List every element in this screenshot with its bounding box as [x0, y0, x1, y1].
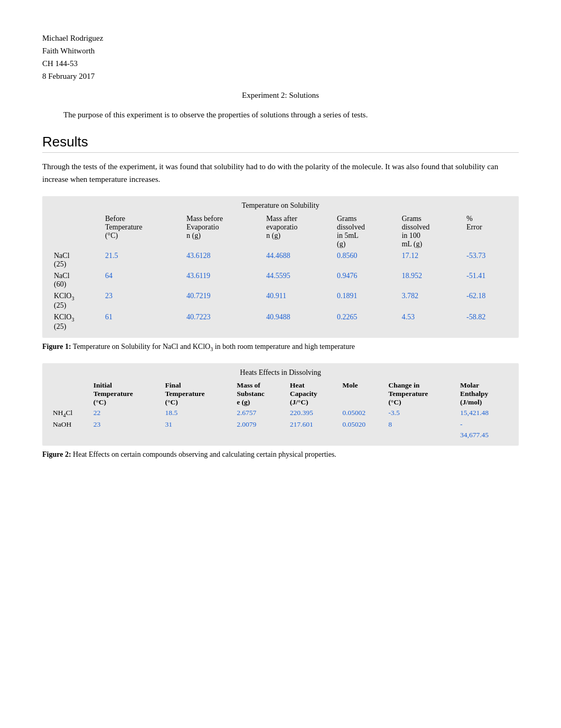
row2-col3: 44.5595 [262, 270, 333, 290]
figure1-caption: Figure 1: Temperature on Solubility for … [42, 341, 519, 353]
figure2-caption: Figure 2: Heat Effects on certain compou… [42, 449, 519, 460]
row1-col4: 0.8560 [333, 250, 398, 270]
table1-title: Temperature on Solubility [50, 201, 511, 210]
results-heading: Results [42, 134, 519, 153]
row4-col1: 61 [101, 311, 182, 333]
row1-col2: 43.6128 [182, 250, 262, 270]
row2-col6: -51.41 [462, 270, 511, 290]
table1-col2-header: Mass beforeEvaporation (g) [182, 213, 262, 250]
header-line4: 8 February 2017 [42, 70, 519, 82]
row2-label: NaCl(60) [50, 270, 101, 290]
t2-row2-col4: 217.601 [287, 419, 339, 430]
figure2-label: Figure 2: [42, 450, 71, 458]
table1-col3-header: Mass afterevaporation (g) [262, 213, 333, 250]
t2-row2-col3: 2.0079 [233, 419, 287, 430]
table-row-extra: 34,677.45 [50, 430, 511, 440]
figure2-text: Heat Effects on certain compounds observ… [73, 450, 336, 458]
table1-header-row: BeforeTemperature(°C) Mass beforeEvapora… [50, 213, 511, 250]
row3-col5: 3.782 [397, 290, 462, 311]
t2-row1-col2: 18.5 [162, 408, 234, 419]
t2-row1-col1: 22 [90, 408, 162, 419]
row4-label: KClO3(25) [50, 311, 101, 333]
row3-col2: 40.7219 [182, 290, 262, 311]
t2-row2-col7: - [457, 419, 511, 430]
table-row: NaCl(25) 21.5 43.6128 44.4688 0.8560 17.… [50, 250, 511, 270]
figure1-label: Figure 1: [42, 343, 71, 351]
header-line3: CH 144-53 [42, 57, 519, 70]
row4-col5: 4.53 [397, 311, 462, 333]
table1-container: Temperature on Solubility BeforeTemperat… [42, 196, 519, 338]
table1: BeforeTemperature(°C) Mass beforeEvapora… [50, 213, 511, 333]
row4-col3: 40.9488 [262, 311, 333, 333]
table-row: NH4Cl 22 18.5 2.6757 220.395 0.05002 -3.… [50, 408, 511, 419]
t2-row2-col2: 31 [162, 419, 234, 430]
table-row: KClO3(25) 23 40.7219 40.911 0.1891 3.782… [50, 290, 511, 311]
t2-row1-col4: 220.395 [287, 408, 339, 419]
experiment-title: Experiment 2: Solutions [42, 91, 519, 100]
table2-container: Heats Effects in Dissolving InitialTempe… [42, 363, 519, 446]
row3-col4: 0.1891 [333, 290, 398, 311]
header-line1: Michael Rodriguez [42, 32, 519, 44]
row4-col6: -58.82 [462, 311, 511, 333]
table-row: NaOH 23 31 2.0079 217.601 0.05020 8 - [50, 419, 511, 430]
table2-title: Heats Effects in Dissolving [50, 368, 511, 377]
t2-row1-col6: -3.5 [385, 408, 457, 419]
t2-row1-col7: 15,421.48 [457, 408, 511, 419]
row1-col3: 44.4688 [262, 250, 333, 270]
t2-col1-header: InitialTemperature(°C) [90, 380, 162, 408]
row3-col6: -62.18 [462, 290, 511, 311]
row2-col2: 43.6119 [182, 270, 262, 290]
table1-col1-header: BeforeTemperature(°C) [101, 213, 182, 250]
t2-row2-col6: 8 [385, 419, 457, 430]
t2-row1-col3: 2.6757 [233, 408, 287, 419]
table1-col6-header: %Error [462, 213, 511, 250]
t2-row2-label: NaOH [50, 419, 90, 430]
row2-col4: 0.9476 [333, 270, 398, 290]
figure1-text: Temperature on Solubility for NaCl and K… [73, 343, 355, 351]
row4-col2: 40.7223 [182, 311, 262, 333]
row3-label: KClO3(25) [50, 290, 101, 311]
t2-col4-header: HeatCapacity(J/°C) [287, 380, 339, 408]
row1-col1: 21.5 [101, 250, 182, 270]
t2-row1-col5: 0.05002 [339, 408, 385, 419]
t2-row1-label: NH4Cl [50, 408, 90, 419]
table1-col0-header [50, 213, 101, 250]
row2-col5: 18.952 [397, 270, 462, 290]
t2-row2-col5: 0.05020 [339, 419, 385, 430]
row3-col3: 40.911 [262, 290, 333, 311]
t2-col5-header: Mole [339, 380, 385, 408]
row3-col1: 23 [101, 290, 182, 311]
row4-col4: 0.2265 [333, 311, 398, 333]
header-info: Michael Rodriguez Faith Whitworth CH 144… [42, 32, 519, 82]
row1-col5: 17.12 [397, 250, 462, 270]
t2-col6-header: Change inTemperature(°C) [385, 380, 457, 408]
t2-row2-col1: 23 [90, 419, 162, 430]
t2-col3-header: Mass ofSubstance (g) [233, 380, 287, 408]
t2-col7-header: MolarEnthalpy(J/mol) [457, 380, 511, 408]
row2-col1: 64 [101, 270, 182, 290]
header-line2: Faith Whitworth [42, 44, 519, 57]
abstract-text: The purpose of this experiment is to obs… [42, 108, 519, 121]
table2: InitialTemperature(°C) FinalTemperature(… [50, 380, 511, 440]
row1-col6: -53.73 [462, 250, 511, 270]
table-row: NaCl(60) 64 43.6119 44.5595 0.9476 18.95… [50, 270, 511, 290]
table1-col4-header: Gramsdissolvedin 5mL(g) [333, 213, 398, 250]
row1-label: NaCl(25) [50, 250, 101, 270]
table1-col5-header: Gramsdissolvedin 100mL (g) [397, 213, 462, 250]
t2-col0-header [50, 380, 90, 408]
table-row: KClO3(25) 61 40.7223 40.9488 0.2265 4.53… [50, 311, 511, 333]
results-text: Through the tests of the experiment, it … [42, 160, 519, 186]
t2-col2-header: FinalTemperature(°C) [162, 380, 234, 408]
table2-header-row: InitialTemperature(°C) FinalTemperature(… [50, 380, 511, 408]
t2-extra-value: 34,677.45 [457, 430, 511, 440]
t2-extra-spacer [50, 430, 457, 440]
